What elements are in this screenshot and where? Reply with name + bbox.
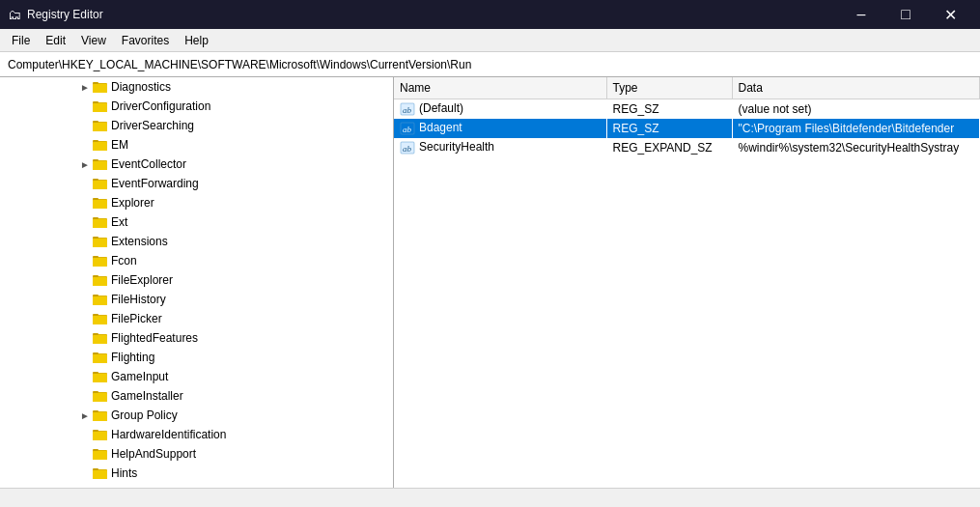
folder-icon-driverSearching xyxy=(93,118,108,133)
svg-rect-74 xyxy=(93,354,107,363)
cell-type-securityHealth: REG_EXPAND_SZ xyxy=(606,138,732,157)
registry-scroll[interactable]: Name Type Data ab (Default)REG_SZ(value … xyxy=(394,77,980,488)
tree-label-fileExplorer: FileExplorer xyxy=(111,273,173,287)
svg-rect-9 xyxy=(93,103,107,112)
close-button[interactable]: ✕ xyxy=(928,0,972,29)
tree-item-fileExplorer[interactable]: ► FileExplorer xyxy=(0,270,393,290)
folder-icon-flighting xyxy=(93,350,108,365)
tree-item-gameInstaller[interactable]: ► GameInstaller xyxy=(0,386,393,406)
tree-item-driverConfiguration[interactable]: ► DriverConfiguration xyxy=(0,97,393,116)
cell-name-bdagent: ab Bdagent xyxy=(394,119,606,138)
svg-rect-89 xyxy=(93,412,107,421)
svg-rect-32 xyxy=(93,198,98,200)
tree-item-eventCollector[interactable]: ► EventCollector xyxy=(0,155,393,174)
tree-item-eventForwarding[interactable]: ► EventForwarding xyxy=(0,174,393,193)
tree-scroll[interactable]: ► Diagnostics► DriverConfiguration► Driv… xyxy=(0,77,393,488)
tree-item-gameInput[interactable]: ► GameInput xyxy=(0,367,393,386)
main-content: ► Diagnostics► DriverConfiguration► Driv… xyxy=(0,77,980,488)
tree-item-hints[interactable]: ► Hints xyxy=(0,464,393,483)
title-bar: 🗂 Registry Editor – □ ✕ xyxy=(0,0,980,29)
folder-icon-driverConfiguration xyxy=(93,99,108,114)
tree-label-gameInstaller: GameInstaller xyxy=(111,389,183,403)
tree-label-eventCollector: EventCollector xyxy=(111,157,186,171)
tree-item-driverSearching[interactable]: ► DriverSearching xyxy=(0,116,393,135)
tree-item-groupPolicy[interactable]: ► Group Policy xyxy=(0,406,393,425)
menu-item-view[interactable]: View xyxy=(73,29,114,51)
svg-rect-97 xyxy=(93,449,98,451)
svg-rect-57 xyxy=(93,295,98,296)
tree-label-fcon: Fcon xyxy=(111,254,137,268)
svg-rect-22 xyxy=(93,159,98,161)
folder-icon-filePicker xyxy=(93,311,108,326)
reg-icon-default: ab xyxy=(400,101,415,117)
svg-rect-104 xyxy=(93,470,107,479)
table-row-bdagent[interactable]: ab BdagentREG_SZ"C:\Program Files\Bitdef… xyxy=(394,119,980,138)
tree-item-filePicker[interactable]: ► FilePicker xyxy=(0,309,393,328)
table-row-default[interactable]: ab (Default)REG_SZ(value not set) xyxy=(394,99,980,119)
cell-type-default: REG_SZ xyxy=(606,99,732,119)
svg-rect-82 xyxy=(93,391,98,393)
tree-item-ext[interactable]: ► Ext xyxy=(0,212,393,232)
svg-rect-14 xyxy=(93,123,107,131)
tree-label-driverConfiguration: DriverConfiguration xyxy=(111,99,210,113)
svg-rect-64 xyxy=(93,316,107,324)
folder-icon-fcon xyxy=(93,253,108,268)
folder-icon-ext xyxy=(93,214,108,230)
folder-icon-hardwareIdentification xyxy=(93,427,108,442)
tree-label-flighting: Flighting xyxy=(111,351,154,364)
tree-label-helpAndSupport: HelpAndSupport xyxy=(111,447,196,461)
address-path: Computer\HKEY_LOCAL_MACHINE\SOFTWARE\Mic… xyxy=(8,58,471,71)
svg-rect-7 xyxy=(93,101,98,103)
svg-rect-29 xyxy=(93,181,107,189)
tree-item-holographic[interactable]: ► Holographic xyxy=(0,483,393,488)
svg-text:ab: ab xyxy=(403,105,412,115)
tree-label-driverSearching: DriverSearching xyxy=(111,119,194,132)
registry-panel: Name Type Data ab (Default)REG_SZ(value … xyxy=(394,77,980,488)
folder-icon-groupPolicy xyxy=(93,408,108,423)
folder-icon-flightedFeatures xyxy=(93,330,108,346)
minimize-button[interactable]: – xyxy=(839,0,883,29)
tree-item-extensions[interactable]: ► Extensions xyxy=(0,232,393,251)
tree-item-em[interactable]: ► EM xyxy=(0,135,393,155)
folder-icon-eventCollector xyxy=(93,156,108,172)
tree-item-fileHistory[interactable]: ► FileHistory xyxy=(0,290,393,309)
svg-rect-102 xyxy=(93,468,98,470)
svg-text:ab: ab xyxy=(403,144,412,154)
svg-rect-99 xyxy=(93,451,107,460)
app-icon: 🗂 xyxy=(8,7,21,22)
svg-rect-62 xyxy=(93,314,98,316)
menu-item-help[interactable]: Help xyxy=(177,29,216,51)
tree-label-holographic: Holographic xyxy=(111,486,173,488)
svg-rect-67 xyxy=(93,333,98,335)
menu-item-edit[interactable]: Edit xyxy=(38,29,73,51)
tree-label-flightedFeatures: FlightedFeatures xyxy=(111,331,198,345)
svg-rect-42 xyxy=(93,237,98,239)
tree-item-hardwareIdentification[interactable]: ► HardwareIdentification xyxy=(0,425,393,444)
folder-icon-explorer xyxy=(93,195,108,211)
expander-groupPolicy[interactable]: ► xyxy=(77,408,93,423)
reg-icon-securityHealth: ab xyxy=(400,140,415,155)
table-row-securityHealth[interactable]: ab SecurityHealthREG_EXPAND_SZ%windir%\s… xyxy=(394,138,980,157)
svg-rect-44 xyxy=(93,239,107,247)
svg-rect-54 xyxy=(93,277,107,286)
tree-item-flightedFeatures[interactable]: ► FlightedFeatures xyxy=(0,328,393,348)
address-bar: Computer\HKEY_LOCAL_MACHINE\SOFTWARE\Mic… xyxy=(0,52,980,77)
menu-item-file[interactable]: File xyxy=(4,29,38,51)
expander-eventCollector[interactable]: ► xyxy=(77,156,93,172)
cell-data-default: (value not set) xyxy=(732,99,980,119)
restore-button[interactable]: □ xyxy=(883,0,928,29)
menu-item-favorites[interactable]: Favorites xyxy=(114,29,177,51)
tree-item-diagnostics[interactable]: ► Diagnostics xyxy=(0,77,393,97)
tree-item-fcon[interactable]: ► Fcon xyxy=(0,251,393,270)
folder-icon-diagnostics xyxy=(93,79,108,95)
svg-rect-12 xyxy=(93,121,98,123)
svg-text:ab: ab xyxy=(403,125,412,134)
cell-type-bdagent: REG_SZ xyxy=(606,119,732,138)
svg-rect-69 xyxy=(93,335,107,344)
tree-item-flighting[interactable]: ► Flighting xyxy=(0,348,393,367)
tree-item-explorer[interactable]: ► Explorer xyxy=(0,193,393,212)
expander-diagnostics[interactable]: ► xyxy=(77,79,93,95)
svg-rect-39 xyxy=(93,219,107,228)
svg-rect-49 xyxy=(93,258,107,267)
tree-item-helpAndSupport[interactable]: ► HelpAndSupport xyxy=(0,444,393,464)
